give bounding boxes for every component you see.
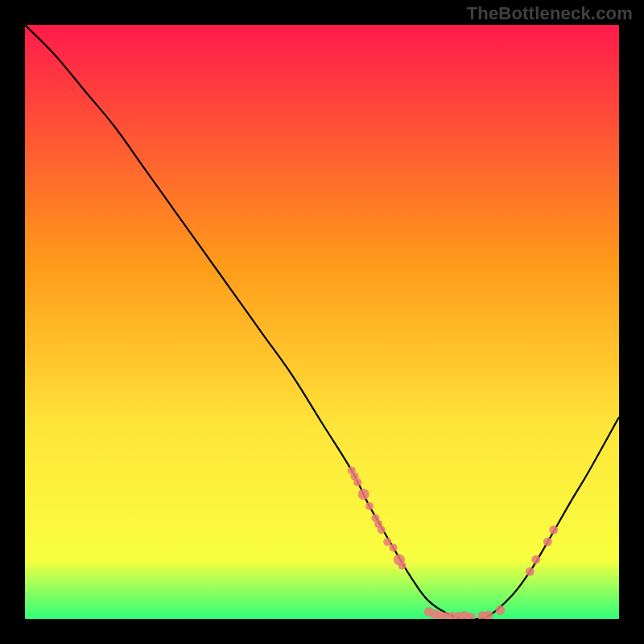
data-point <box>526 568 535 576</box>
data-point <box>353 478 361 486</box>
data-point <box>383 538 391 546</box>
data-point <box>358 489 369 500</box>
data-point <box>531 555 540 564</box>
plot-area <box>25 25 619 619</box>
data-point <box>495 605 505 615</box>
chart-svg <box>25 25 619 619</box>
chart-frame: TheBottleneck.com <box>0 0 644 644</box>
watermark-text: TheBottleneck.com <box>467 3 633 24</box>
data-point <box>378 526 386 534</box>
data-point <box>390 543 398 551</box>
data-point <box>365 502 374 510</box>
gradient-background <box>25 25 619 619</box>
data-point <box>543 538 552 547</box>
data-point <box>398 562 407 570</box>
data-point <box>549 526 558 535</box>
